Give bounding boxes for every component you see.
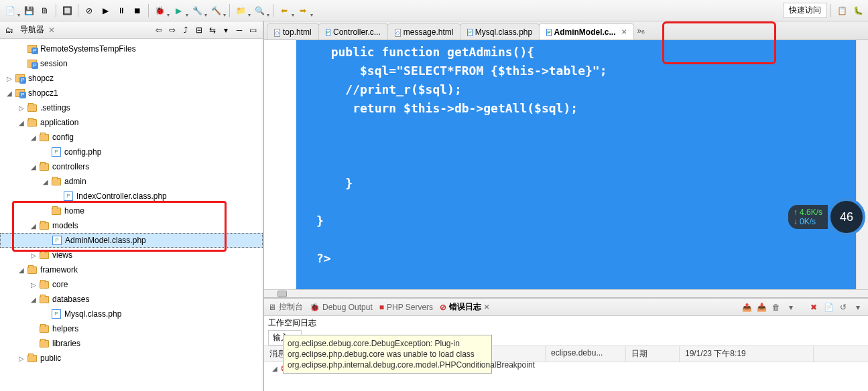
bottom-tab-error-log[interactable]: ⊘错误日志✕ [440,301,489,313]
perspective-debug-icon[interactable]: 🐛 [851,3,865,18]
twisty-icon[interactable]: ◢ [42,177,50,185]
project-icon [27,44,38,54]
tree-item[interactable]: ▷PMysql.class.php [0,307,263,321]
tree-item[interactable]: ◢framework [0,262,263,277]
delete-log-icon[interactable]: ✖ [808,301,820,313]
twisty-icon[interactable]: ▷ [5,74,13,82]
tree-item-label: helpers [52,324,78,333]
download-speed: 0K/s [800,217,816,226]
tree-item[interactable]: ▷RemoteSystemsTempFiles [0,42,263,56]
forward-nav-icon[interactable]: ⇨ [166,24,178,36]
tree-item[interactable]: ◢databases [0,292,263,307]
perspective-php-icon[interactable]: 📋 [834,3,849,18]
tree-item[interactable]: ◢models [0,218,263,233]
navigator-icon: 🗂 [4,25,15,35]
run-last-icon[interactable]: 🔧 [190,3,204,18]
export-log-icon[interactable]: 📤 [741,301,753,313]
suspend-icon[interactable]: ⏸ [114,3,129,18]
tree-item[interactable]: ▷public [0,351,263,366]
skip-breakpoints-icon[interactable]: ⊘ [82,3,97,18]
tree-item[interactable]: ▷.settings [0,100,263,115]
editor-tab[interactable]: PAdminModel.c...✕ [539,23,633,40]
twisty-icon[interactable]: ◢ [29,133,38,141]
tree-item[interactable]: ◢controllers [0,159,263,174]
link-editor-icon[interactable]: ⇆ [206,24,219,36]
twisty-icon[interactable]: ◢ [29,163,38,171]
twisty-icon[interactable]: ◢ [17,119,25,127]
tab-overflow-indicator[interactable]: »₆ [633,26,649,35]
debug-icon[interactable]: 🐞 [152,3,167,18]
tree-item[interactable]: ▷libraries [0,336,263,351]
bottom-panel: 🖥控制台 🐞Debug Output ■PHP Servers ⊘错误日志✕ 📤… [264,297,868,391]
twisty-icon[interactable]: ▷ [17,104,25,112]
twisty-icon[interactable]: ▷ [29,251,38,259]
save-all-icon[interactable]: 🗎 [38,3,52,18]
minimize-icon[interactable]: ─ [233,24,245,36]
run-icon[interactable]: ▶ [171,3,186,18]
external-tools-icon[interactable]: 🔨 [208,3,223,18]
forward-icon[interactable]: ➡ [296,3,310,18]
tree-item[interactable]: ▷helpers [0,321,263,336]
back-icon[interactable]: ⬅ [277,3,292,18]
import-log-icon[interactable]: 📥 [755,301,767,313]
tree-item-label: models [52,221,78,230]
editor-tab[interactable]: PMysql.class.php [460,23,540,40]
tree-item[interactable]: ▷views [0,248,263,262]
editor-tab[interactable]: ◇top.html [267,23,319,40]
speed-score[interactable]: 46 [828,198,865,236]
restore-log-icon[interactable]: ↺ [837,301,849,313]
close-icon[interactable]: ✕ [484,303,489,311]
folder-icon [39,338,50,349]
twisty-icon[interactable]: ▷ [29,281,38,289]
editor-tab[interactable]: ◇message.html [387,23,461,40]
tree-item[interactable]: ▷PIndexController.class.php [0,189,263,204]
html-file-icon: ◇ [274,27,280,37]
tree-item[interactable]: ▷home [0,204,263,218]
tree-item[interactable]: ▷core [0,277,263,292]
tree-item[interactable]: ▷session [0,56,263,71]
tree-item-label: IndexController.class.php [76,191,167,201]
horizontal-scrollbar[interactable] [264,289,868,297]
twisty-icon[interactable]: ▷ [17,354,25,362]
tree-item[interactable]: ◢config [0,130,263,145]
expand-icon[interactable]: ▾ [785,301,797,313]
collapse-all-icon[interactable]: ⊟ [193,24,205,36]
close-tab-icon[interactable]: ✕ [621,28,627,35]
twisty-icon[interactable]: ◢ [5,89,13,97]
tree-item[interactable]: ▷shopcz [0,71,263,86]
resume-icon[interactable]: ▶ [98,3,113,18]
vertical-scrollbar[interactable] [856,40,868,289]
project-tree[interactable]: ▷RemoteSystemsTempFiles▷session▷shopcz◢s… [0,39,263,391]
twisty-icon[interactable]: ◢ [17,266,25,274]
quick-access-input[interactable]: 快速访问 [783,3,827,18]
tree-item[interactable]: ▷PAdminModel.class.php [0,233,263,248]
code-editor[interactable]: public function getAdmins(){ $sql="SELEC… [296,40,856,289]
bottom-tab-php-servers[interactable]: ■PHP Servers [379,303,433,312]
col-date[interactable]: 日期 [626,346,680,362]
clear-log-icon[interactable]: 🗑 [770,301,782,313]
back-nav-icon[interactable]: ⇦ [153,24,165,36]
toggle-breadcrumb-icon[interactable]: 🔲 [60,3,74,18]
view-menu-bottom-icon[interactable]: ▾ [852,301,864,313]
editor-gutter [264,40,296,289]
editor-tab[interactable]: PController.c... [318,23,388,40]
new-menu-icon[interactable]: 📄 [3,3,17,18]
tree-item-label: application [40,118,78,127]
tree-item[interactable]: ◢application [0,115,263,130]
tree-item[interactable]: ◢shopcz1 [0,86,263,100]
maximize-icon[interactable]: ▭ [247,24,259,36]
tree-item[interactable]: ▷Pconfig.php [0,145,263,159]
save-icon[interactable]: 💾 [21,3,36,18]
view-menu-icon[interactable]: ▾ [220,24,232,36]
twisty-icon[interactable]: ◢ [29,222,38,230]
bottom-tab-debug-output[interactable]: 🐞Debug Output [310,303,373,312]
search-icon[interactable]: 🔍 [252,3,267,18]
open-log-icon[interactable]: 📄 [822,301,834,313]
up-icon[interactable]: ⤴ [180,24,192,36]
tree-item-label: config [52,133,74,142]
terminate-icon[interactable]: ⏹ [130,3,145,18]
open-type-icon[interactable]: 📁 [233,3,248,18]
tree-item[interactable]: ◢admin [0,174,263,189]
bottom-tab-console[interactable]: 🖥控制台 [268,301,303,313]
twisty-icon[interactable]: ◢ [29,295,38,303]
